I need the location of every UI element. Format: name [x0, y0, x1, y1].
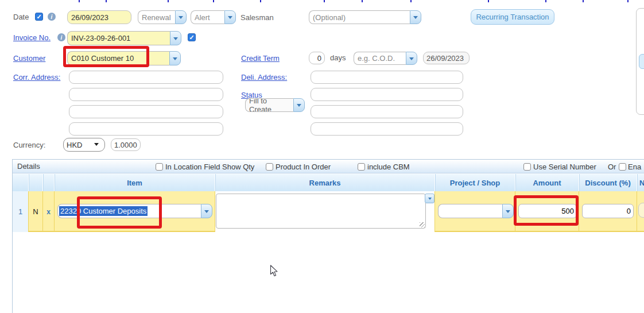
discount-input[interactable] — [582, 204, 634, 218]
days-label: days — [330, 53, 346, 62]
project-shop-cell — [434, 191, 515, 232]
use-serial-number-label: Use Serial Number — [533, 163, 596, 171]
remarks-cell — [215, 191, 434, 232]
separator-tick — [260, 0, 261, 2]
resize-handle-icon[interactable] — [420, 222, 425, 227]
right-side-panel — [636, 8, 644, 115]
check-icon: ✓ — [36, 13, 41, 21]
discount-cell — [579, 191, 637, 232]
customer-link[interactable]: Customer — [13, 54, 45, 63]
date-input[interactable]: 26/09/2023 — [67, 10, 131, 24]
corr-address-line-4[interactable] — [69, 122, 223, 136]
col-discount: Discount (%) — [579, 174, 637, 191]
currency-select[interactable]: HKD — [63, 138, 105, 152]
clipped-button[interactable] — [639, 54, 644, 69]
chevron-down-icon[interactable] — [224, 10, 236, 24]
row-delete-button[interactable]: x — [42, 191, 54, 232]
due-date-field: 26/09/2023 — [423, 52, 470, 64]
in-location-checkbox[interactable] — [156, 163, 163, 171]
recurring-transaction-button[interactable]: Recurring Transaction — [471, 9, 554, 25]
invoice-no-combo[interactable]: INV-23-09-26-001 — [67, 31, 181, 45]
corr-address-line-2[interactable] — [69, 88, 223, 101]
col-project-shop: Project / Shop — [434, 174, 515, 191]
col-rownum — [13, 174, 28, 191]
in-location-label: In Location Field Show Qty — [165, 163, 254, 171]
check-icon: ✓ — [189, 34, 194, 41]
chevron-down-icon[interactable] — [406, 52, 417, 65]
separator-tick — [106, 0, 107, 2]
chevron-down-icon[interactable] — [502, 204, 514, 218]
corr-address-link[interactable]: Corr. Address: — [13, 73, 60, 82]
separator-tick — [168, 0, 169, 2]
separator-tick — [362, 0, 363, 2]
use-serial-number-checkbox[interactable] — [523, 163, 531, 171]
remarks-dropdown-button[interactable] — [425, 194, 434, 203]
chevron-down-icon[interactable] — [169, 51, 181, 65]
col-remarks: Remarks — [215, 174, 434, 191]
clipped-yellow-field — [638, 203, 644, 218]
row-number: 1 — [13, 191, 28, 232]
separator-tick — [324, 0, 325, 2]
details-title: Details — [17, 162, 40, 171]
currency-label: Currency: — [13, 141, 45, 149]
corr-address-line-3[interactable] — [69, 105, 223, 118]
col-item: Item — [54, 174, 215, 191]
deli-address-line-3[interactable] — [311, 105, 463, 118]
row-flag: N — [28, 191, 42, 232]
separator-tick — [410, 0, 412, 2]
status-dropdown[interactable]: Fill to Create — [245, 98, 305, 112]
deli-address-line-4[interactable] — [311, 122, 463, 136]
col-next-clipped: N — [637, 174, 644, 191]
date-checkbox[interactable]: ✓ — [35, 13, 43, 21]
enable-checkbox[interactable] — [619, 163, 626, 171]
date-label: Date — [13, 13, 29, 21]
annotation-box-amount — [514, 195, 579, 226]
remarks-textarea[interactable] — [216, 194, 426, 229]
credit-term-days-input[interactable]: 0 — [309, 52, 325, 64]
details-header-bar: Details In Location Field Show Qty Produ… — [13, 160, 644, 173]
invoice-info-icon[interactable]: i — [57, 33, 65, 41]
col-amount: Amount — [515, 174, 579, 191]
renewal-dropdown[interactable]: Renewal — [138, 10, 187, 24]
or-label: Or — [608, 163, 616, 171]
deli-address-link[interactable]: Deli. Address: — [241, 73, 287, 82]
annotation-box-item — [77, 196, 162, 229]
chevron-down-icon[interactable] — [170, 31, 181, 45]
invoice-no-link[interactable]: Invoice No. — [13, 33, 51, 42]
chevron-down-icon[interactable] — [293, 98, 305, 112]
chevron-down-icon[interactable] — [201, 204, 212, 218]
include-cbm-label: include CBM — [367, 163, 410, 171]
credit-term-link[interactable]: Credit Term — [241, 54, 280, 63]
salesman-dropdown[interactable]: (Optional) — [309, 10, 421, 24]
corr-address-line-1[interactable] — [69, 71, 223, 84]
next-cell-clipped — [637, 191, 644, 232]
invoice-entry-screen: Date ✓ i 26/09/2023 Renewal Alert Salesm… — [0, 0, 644, 313]
chevron-down-icon[interactable] — [175, 10, 187, 24]
salesman-label: Salesman — [240, 13, 274, 22]
enable-label: Ena — [628, 163, 641, 171]
separator-tick — [79, 0, 80, 2]
alert-dropdown[interactable]: Alert — [191, 10, 236, 24]
product-in-order-label: Product In Order — [276, 163, 331, 171]
chevron-down-icon[interactable] — [410, 10, 421, 24]
exchange-rate-field: 1.0000 — [111, 138, 141, 151]
annotation-box-customer — [63, 46, 149, 67]
deli-address-line-2[interactable] — [311, 88, 463, 101]
include-cbm-checkbox[interactable] — [358, 163, 365, 171]
separator-tick — [627, 0, 629, 2]
col-flag — [28, 174, 42, 191]
invoice-auto-checkbox[interactable]: ✓ — [188, 33, 196, 41]
col-delete — [42, 174, 54, 191]
separator-tick — [545, 0, 546, 2]
deli-address-line-1[interactable] — [311, 71, 463, 84]
separator-tick — [488, 0, 489, 2]
product-in-order-checkbox[interactable] — [266, 163, 273, 171]
separator-tick — [213, 0, 214, 2]
date-info-icon[interactable]: i — [48, 13, 56, 21]
details-panel: Details In Location Field Show Qty Produ… — [12, 159, 644, 313]
credit-term-type-dropdown[interactable]: e.g. C.O.D. — [354, 52, 417, 65]
table-header-row: Item Remarks Project / Shop Amount Disco… — [13, 174, 644, 191]
mouse-cursor — [270, 265, 279, 277]
separator-tick — [583, 0, 584, 2]
project-shop-combo[interactable] — [438, 204, 514, 218]
